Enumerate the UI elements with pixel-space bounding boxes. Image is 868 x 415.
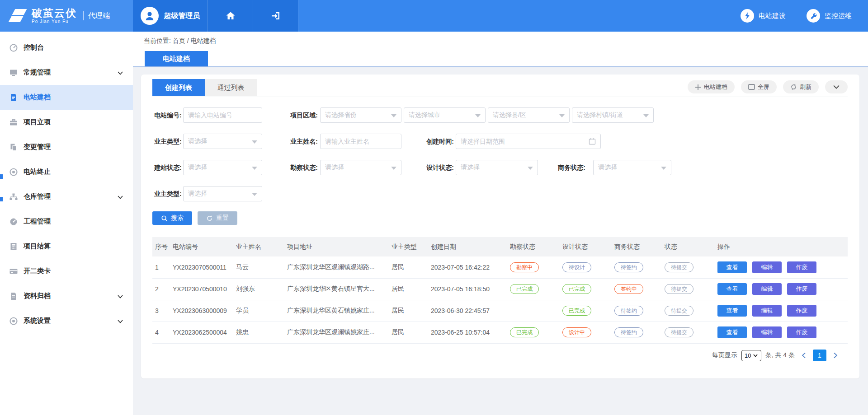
sidebar-item-6[interactable]: 仓库管理	[0, 184, 133, 209]
sidebar-item-2[interactable]: 电站建档	[0, 85, 133, 110]
nav-monitor-ops[interactable]: 监控运维	[807, 9, 852, 23]
void-button[interactable]: 作废	[787, 305, 816, 317]
fullscreen-icon	[748, 84, 755, 90]
survey-status-select[interactable]: 请选择	[320, 160, 401, 175]
business-status-badge: 待签约	[614, 262, 643, 272]
avatar	[141, 7, 159, 25]
filter-label-create-time: 创建时间:	[424, 134, 454, 149]
owner-type-select[interactable]: 请选择	[183, 134, 262, 149]
reset-button[interactable]: 重置	[198, 211, 237, 225]
edit-button[interactable]: 编辑	[752, 283, 782, 295]
design-status-badge: 已完成	[562, 306, 591, 316]
sidebar-item-9[interactable]: 开二类卡	[0, 259, 133, 284]
station-id-input[interactable]	[183, 107, 262, 123]
owner-name-input[interactable]	[320, 134, 401, 149]
cell-owner-type: 居民	[392, 300, 431, 322]
monitor-icon	[9, 68, 18, 77]
owner-type2-select[interactable]: 请选择	[183, 186, 262, 201]
cell-station-id: YX2023070500011	[173, 256, 236, 278]
cell-created: 2023-06-30 22:45:57	[431, 300, 510, 322]
view-button[interactable]: 查看	[717, 283, 747, 295]
design-status-select[interactable]: 请选择	[456, 160, 538, 175]
prev-page-button[interactable]	[799, 350, 809, 361]
sidebar-item-label: 仓库管理	[24, 192, 51, 201]
col-station-id: 电站编号	[173, 237, 236, 256]
search-button[interactable]: 搜索	[152, 211, 192, 225]
filter-label-owner-name: 业主姓名:	[286, 134, 318, 149]
caret-down-icon	[252, 167, 257, 170]
stop-circle-icon	[9, 168, 18, 177]
refresh-button[interactable]: 刷新	[783, 80, 819, 93]
void-button[interactable]: 作废	[787, 283, 816, 295]
sidebar: 控制台常规管理电站建档项目立项变更管理电站终止仓库管理工程管理项目结算开二类卡资…	[0, 32, 133, 415]
status-badge: 待提交	[665, 262, 693, 272]
cell-address: 广东深圳龙华区黄石镇姚家庄...	[287, 300, 392, 322]
city-select[interactable]: 请选择城市	[404, 107, 486, 123]
sidebar-item-3[interactable]: 项目立项	[0, 110, 133, 135]
page-number-1[interactable]: 1	[813, 350, 826, 361]
table-row-3: 4YX2023062500004姚忠广东深圳龙华区观澜镇姚家庄...居民2023…	[152, 322, 848, 343]
stations-table: 序号 电站编号 业主姓名 项目地址 业主类型 创建日期 勘察状态 设计状态 商务…	[152, 237, 848, 344]
date-range-input[interactable]	[456, 134, 601, 149]
sidebar-item-5[interactable]: 电站终止	[0, 159, 133, 184]
logo-icon	[9, 8, 29, 24]
filter-label-build-status: 建站状态:	[150, 160, 182, 175]
view-button[interactable]: 查看	[717, 305, 747, 317]
calculator-icon	[9, 242, 18, 251]
cell-address: 广东深圳龙华区观澜镇观湖路...	[287, 256, 392, 278]
refresh-icon	[790, 84, 797, 90]
sidebar-item-11[interactable]: 系统设置	[0, 308, 133, 333]
chevron-down-icon	[118, 193, 123, 201]
fullscreen-button[interactable]: 全屏	[741, 80, 777, 93]
sidebar-item-label: 开二类卡	[24, 267, 51, 275]
chevron-left-icon	[801, 352, 807, 359]
per-page-select[interactable]: 10	[741, 350, 761, 361]
nav-station-build[interactable]: 电站建设	[741, 9, 786, 23]
tab-pass-list[interactable]: 通过列表	[205, 79, 257, 96]
user-menu[interactable]: 超级管理员	[133, 0, 208, 32]
home-button[interactable]	[208, 0, 253, 32]
logo-title: 破茧云伏	[32, 8, 77, 19]
cell-owner-type: 居民	[392, 256, 431, 278]
collapse-button[interactable]	[825, 80, 848, 93]
user-name: 超级管理员	[164, 11, 200, 21]
lightning-icon	[741, 9, 754, 23]
edit-button[interactable]: 编辑	[752, 326, 782, 338]
province-select[interactable]: 请选择省份	[320, 107, 401, 123]
sidebar-item-label: 电站建档	[24, 93, 51, 102]
view-button[interactable]: 查看	[717, 326, 747, 338]
sidebar-item-1[interactable]: 常规管理	[0, 60, 133, 85]
tab-create-list[interactable]: 创建列表	[152, 79, 205, 96]
void-button[interactable]: 作废	[787, 326, 816, 338]
edit-button[interactable]: 编辑	[752, 261, 782, 273]
town-select[interactable]: 请选择村镇/街道	[572, 107, 654, 123]
build-status-select[interactable]: 请选择	[183, 160, 262, 175]
sidebar-item-10[interactable]: 资料归档	[0, 284, 133, 308]
add-station-button[interactable]: 电站建档	[688, 80, 735, 93]
sidebar-item-7[interactable]: 工程管理	[0, 209, 133, 234]
business-status-select[interactable]: 请选择	[593, 160, 671, 175]
survey-status-badge: 勘察中	[510, 262, 539, 272]
district-select[interactable]: 请选择县/区	[488, 107, 570, 123]
nav-station-build-label: 电站建设	[759, 12, 786, 20]
cell-owner: 马云	[236, 256, 287, 278]
col-owner: 业主姓名	[236, 237, 287, 256]
cell-no: 3	[152, 300, 173, 322]
page-tab-station-archive[interactable]: 电站建档	[145, 51, 208, 66]
sidebar-item-4[interactable]: 变更管理	[0, 135, 133, 159]
col-business: 商务状态	[614, 237, 665, 256]
logout-button[interactable]	[253, 0, 298, 32]
sidebar-item-0[interactable]: 控制台	[0, 35, 133, 60]
view-button[interactable]: 查看	[717, 261, 747, 273]
caret-down-icon	[528, 167, 533, 170]
chevron-down-icon	[118, 317, 123, 325]
filter-label-owner-type2: 业主类型:	[150, 186, 182, 201]
col-owner-type: 业主类型	[392, 237, 431, 256]
business-status-badge: 待签约	[614, 327, 643, 337]
void-button[interactable]: 作废	[787, 261, 816, 273]
cell-no: 4	[152, 322, 173, 343]
edit-button[interactable]: 编辑	[752, 305, 782, 317]
next-page-button[interactable]	[830, 350, 840, 361]
sidebar-item-8[interactable]: 项目结算	[0, 234, 133, 259]
status-badge: 待提交	[665, 327, 693, 337]
